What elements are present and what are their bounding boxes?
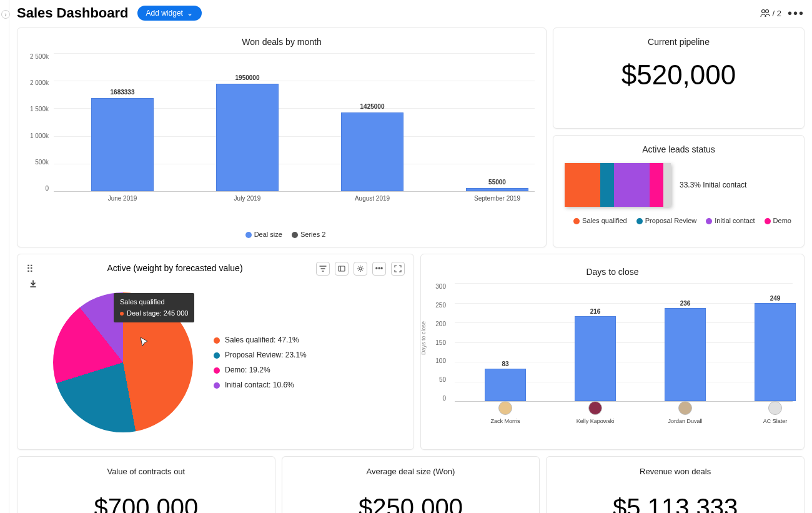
bar-label: 249: [755, 295, 795, 302]
legend-item: Sales qualified: 47.1%: [225, 336, 299, 344]
legend-item: Initial contact: [715, 217, 755, 224]
xtick: Kelly Kapowski: [575, 401, 615, 424]
active-leads-bar[interactable]: [565, 163, 671, 207]
dtc-ylabel: Days to close: [420, 321, 427, 355]
avatar: [498, 401, 512, 415]
legend-item: Proposal Review: 23.1%: [225, 351, 307, 359]
legend-item: Initial contact: 10.6%: [225, 381, 294, 389]
won-bar[interactable]: 55000 September 2019: [466, 188, 528, 191]
dtc-bar[interactable]: 216 Kelly Kapowski: [575, 316, 616, 401]
filter-icon[interactable]: [316, 262, 330, 276]
ytick: 150: [430, 339, 446, 346]
won-deals-title: Won deals by month: [26, 37, 537, 47]
contracts-out-card: Value of contracts out $700,000: [17, 456, 275, 513]
days-to-close-chart: Days to close 300 250 200 150 100 50 0: [430, 283, 795, 427]
current-pipeline-card: Current pipeline $520,000: [553, 27, 805, 129]
won-bar[interactable]: 1950000 July 2019: [216, 84, 279, 191]
svg-point-1: [765, 10, 768, 13]
svg-point-0: [761, 10, 765, 13]
xtick: July 2019: [217, 195, 278, 202]
collaborator-count: / 2: [773, 9, 781, 18]
xtick: Zack Morris: [485, 401, 525, 424]
add-widget-button[interactable]: Add widget ⌄: [137, 6, 202, 21]
person-name: Zack Morris: [491, 418, 520, 424]
contracts-out-title: Value of contracts out: [26, 467, 266, 476]
dtc-bar[interactable]: 236 Jordan Duvall: [665, 308, 706, 401]
xtick: AC Slater: [755, 401, 795, 424]
won-deals-yaxis: 2 500k 2 000k 1 500k 1 000k 500k 0: [26, 53, 49, 192]
current-pipeline-value: $520,000: [562, 53, 795, 106]
won-bar[interactable]: 1425000 August 2019: [341, 112, 404, 191]
bar-label: 236: [665, 300, 705, 307]
active-leads-card: Active leads status 33.3% Initial contac…: [553, 135, 805, 247]
avatar: [588, 401, 602, 415]
won-deals-chart: 2 500k 2 000k 1 500k 1 000k 500k 0 16833…: [26, 53, 537, 209]
ytick: 500k: [26, 159, 49, 166]
current-pipeline-title: Current pipeline: [562, 37, 795, 47]
bar-label: 55000: [467, 179, 528, 186]
active-leads-title: Active leads status: [562, 144, 795, 154]
ytick: 200: [430, 321, 446, 327]
active-leads-highlight: 33.3% Initial contact: [680, 181, 746, 189]
sidebar-collapse-button[interactable]: ›: [1, 10, 10, 19]
add-widget-label: Add widget: [146, 9, 183, 17]
bar-label: 1683333: [92, 89, 153, 96]
cursor-icon: [139, 337, 150, 348]
tooltip-detail: Deal stage: 245 000: [127, 309, 188, 317]
legend-item: Demo: [773, 217, 791, 224]
chevron-down-icon: ⌄: [187, 9, 193, 17]
days-to-close-title: Days to close: [430, 263, 795, 277]
svg-point-4: [359, 267, 362, 270]
legend-item: Series 2: [300, 231, 325, 238]
xtick: Jordan Duvall: [665, 401, 705, 424]
ytick: 50: [430, 376, 446, 383]
page-header: Sales Dashboard Add widget ⌄ / 2 •••: [17, 5, 805, 21]
person-name: Jordan Duvall: [668, 418, 702, 424]
ytick: 100: [430, 357, 446, 364]
legend-item: Deal size: [254, 231, 282, 238]
dtc-bar[interactable]: 249 AC Slater: [755, 303, 796, 401]
active-forecast-card: ⠿ Active (weight by forecasted value) ••…: [17, 254, 414, 450]
legend-item: Proposal Review: [645, 217, 697, 224]
expand-icon[interactable]: [391, 262, 405, 276]
ytick: 2 000k: [26, 79, 49, 86]
pie-tooltip: Sales qualified Deal stage: 245 000: [114, 293, 194, 322]
won-bar[interactable]: 1683333 June 2019: [91, 98, 154, 191]
leads-seg-initial-contact: [614, 163, 650, 207]
won-deals-legend: Deal size Series 2: [26, 231, 537, 238]
more-icon[interactable]: •••: [372, 262, 386, 276]
legend-item: Demo: 19.2%: [225, 366, 270, 374]
avg-deal-card: Average deal size (Won) $250,000: [282, 456, 540, 513]
contracts-out-value: $700,000: [26, 476, 266, 513]
columns-icon[interactable]: [335, 262, 349, 276]
avatar: [678, 401, 692, 415]
collaborators-button[interactable]: / 2: [760, 9, 781, 18]
revenue-won-title: Revenue won deals: [555, 467, 795, 476]
drag-handle-icon[interactable]: ⠿: [26, 263, 34, 275]
leads-seg-sales-qualified: [565, 163, 600, 207]
ytick: 300: [430, 283, 446, 290]
tooltip-title: Sales qualified: [120, 297, 188, 308]
leads-seg-proposal-review: [600, 163, 615, 207]
days-to-close-card: Days to close Days to close 300 250 200 …: [420, 254, 805, 450]
won-deals-card: Won deals by month 2 500k 2 000k 1 500k …: [17, 27, 547, 247]
person-name: Kelly Kapowski: [577, 418, 615, 424]
dtc-bar[interactable]: 83 Zack Morris: [485, 369, 526, 401]
active-leads-legend: Sales qualified Proposal Review Initial …: [562, 217, 795, 224]
more-menu-button[interactable]: •••: [788, 6, 805, 21]
bar-label: 1425000: [342, 103, 403, 110]
download-icon[interactable]: [26, 277, 40, 291]
gear-icon[interactable]: [354, 262, 367, 276]
legend-item: Sales qualified: [582, 217, 627, 224]
avg-deal-title: Average deal size (Won): [291, 467, 531, 476]
ytick: 2 500k: [26, 53, 49, 60]
active-forecast-title: Active (weight by forecasted value): [34, 261, 316, 277]
revenue-won-value: $5,113,333: [555, 476, 795, 513]
xtick: September 2019: [467, 195, 528, 202]
ytick: 1 500k: [26, 106, 49, 112]
ytick: 0: [26, 185, 49, 192]
leads-seg-demo: [650, 163, 664, 207]
bar-label: 216: [575, 308, 615, 315]
ytick: 1 000k: [26, 132, 49, 139]
xtick: August 2019: [342, 195, 403, 202]
